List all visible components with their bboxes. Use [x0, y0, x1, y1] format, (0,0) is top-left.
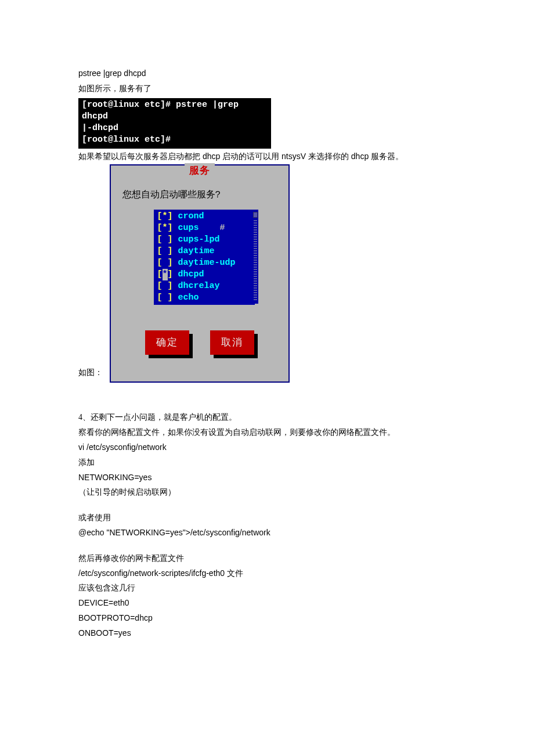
- terminal-line: [root@linux etc]# pstree |grep dhcpd: [82, 99, 268, 123]
- command-line: pstree |grep dhcpd: [78, 67, 456, 81]
- service-item[interactable]: [*] crond: [157, 211, 255, 222]
- body-text: 应该包含这几行: [78, 581, 456, 595]
- terminal-screenshot: [root@linux etc]# pstree |grep dhcpd |-d…: [78, 98, 271, 149]
- service-item[interactable]: [ ] cups-lpd: [157, 234, 255, 246]
- cancel-button[interactable]: 取消: [210, 330, 254, 355]
- config-line: BOOTPROTO=dhcp: [78, 611, 456, 625]
- ntsysv-dialog: 服务 您想自动启动哪些服务? [*] crond[*] cups #[ ] cu…: [110, 164, 290, 383]
- service-item[interactable]: [ ] daytime: [157, 246, 255, 257]
- dialog-title: 服务: [185, 163, 215, 180]
- body-text: 添加: [78, 456, 456, 470]
- figure-label: 如图：: [78, 366, 103, 380]
- service-listbox[interactable]: [*] crond[*] cups #[ ] cups-lpd[ ] dayti…: [154, 210, 255, 305]
- body-text: 4、还剩下一点小问题，就是客户机的配置。: [78, 411, 456, 424]
- listbox-scrollbar[interactable]: [252, 210, 258, 304]
- body-text: 如果希望以后每次服务器启动都把 dhcp 启动的话可以用 ntsysV 来选择你…: [78, 150, 456, 164]
- service-item[interactable]: [*] cups #: [157, 222, 255, 234]
- service-item[interactable]: [ ] dhcrelay: [157, 280, 255, 292]
- body-text: 然后再修改你的网卡配置文件: [78, 552, 456, 566]
- service-item[interactable]: [ ] daytime-udp: [157, 257, 255, 269]
- document-page: pstree |grep dhcpd 如图所示，服务有了 [root@linux…: [0, 0, 534, 676]
- ok-button-label: 确定: [145, 330, 189, 355]
- service-item[interactable]: [ ] echo: [157, 292, 255, 304]
- terminal-line: [root@linux etc]#: [82, 134, 268, 146]
- command-line: @echo "NETWORKING=yes">/etc/sysconfig/ne…: [78, 526, 456, 540]
- config-path: /etc/sysconfig/network-scriptes/ifcfg-et…: [78, 567, 456, 581]
- body-text: 察看你的网络配置文件，如果你没有设置为自动启动联网，则要修改你的网络配置文件。: [78, 426, 456, 440]
- ok-button[interactable]: 确定: [145, 330, 189, 355]
- body-text: 如图所示，服务有了: [78, 82, 456, 96]
- command-line: vi /etc/sysconfig/network: [78, 441, 456, 455]
- config-line: NETWORKING=yes: [78, 471, 456, 485]
- config-line: ONBOOT=yes: [78, 627, 456, 640]
- body-text: （让引导的时候启动联网）: [78, 485, 456, 499]
- cancel-button-label: 取消: [210, 330, 254, 355]
- body-text: 或者使用: [78, 511, 456, 525]
- config-line: DEVICE=eth0: [78, 596, 456, 610]
- terminal-line: |-dhcpd: [82, 123, 268, 134]
- service-item[interactable]: [*] dhcpd: [157, 269, 255, 280]
- dialog-question: 您想自动启动哪些服务?: [122, 188, 221, 203]
